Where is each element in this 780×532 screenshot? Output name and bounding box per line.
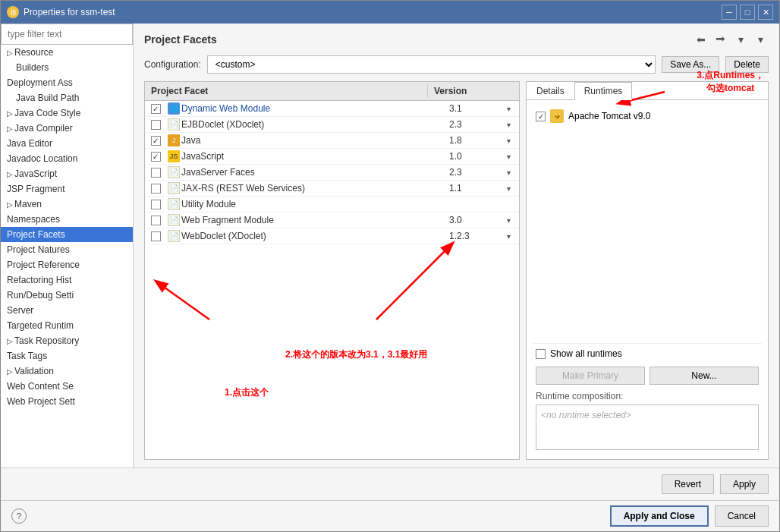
sidebar-item-task-tags[interactable]: Task Tags [1,348,133,364]
table-row[interactable]: J Java 1.8 ▾ [145,133,519,149]
sidebar-item-java-compiler[interactable]: ▷Java Compiler [1,121,133,136]
icon-webdoclet: 📄 [166,230,181,242]
sidebar-item-project-facets[interactable]: Project Facets [1,227,133,242]
version-jaxrs[interactable]: 1.1 [446,183,507,194]
filter-input[interactable] [1,24,133,45]
table-row[interactable]: 📄 JAX-RS (REST Web Services) 1.1 ▾ [145,181,519,197]
apply-close-button[interactable]: Apply and Close [610,505,709,527]
dropdown-button[interactable]: ▾ [732,31,749,48]
version-webfragment[interactable]: 3.0 [446,215,507,225]
table-row[interactable]: JS JavaScript 1.0 ▾ [145,149,519,165]
arrow-jaxrs[interactable]: ▾ [507,184,519,193]
sidebar-item-targeted-runtime[interactable]: Targeted Runtim [1,318,133,333]
facets-table: Project Facet Version 🌐 Dynamic Web Modu… [144,81,520,460]
checkbox-javascript[interactable] [145,152,166,162]
arrow-java[interactable]: ▾ [507,137,519,145]
sidebar-item-task-repository[interactable]: ▷Task Repository [1,333,133,348]
table-row[interactable]: 📄 EJBDoclet (XDoclet) 2.3 ▾ [145,117,519,133]
sidebar-item-java-editor[interactable]: Java Editor [1,136,133,151]
sidebar-item-run-debug[interactable]: Run/Debug Setti [1,288,133,303]
checkbox-webfragment[interactable] [145,216,166,225]
icon-jaxrs: 📄 [166,182,181,194]
table-row[interactable]: 🌐 Dynamic Web Module 3.1 ▾ [145,101,519,117]
title-bar: ⚙ Properties for ssm-test ─ □ ✕ [1,1,779,24]
back-button[interactable]: ⬅ [693,31,709,48]
sidebar-item-project-natures[interactable]: Project Natures [1,242,133,257]
tab-runtimes[interactable]: Runtimes [574,82,633,100]
sidebar-item-resource[interactable]: ▷Resource [1,45,133,60]
window-controls: ─ □ ✕ [722,5,773,20]
maximize-button[interactable]: □ [740,5,755,20]
icon-webfragment: 📄 [166,214,181,226]
sidebar-item-java-code-style[interactable]: ▷Java Code Style [1,105,133,121]
sidebar-item-project-reference[interactable]: Project Reference [1,257,133,272]
name-utility: Utility Module [181,199,446,209]
new-runtime-button[interactable]: New... [649,367,759,385]
version-dynamic-web[interactable]: 3.1 [446,103,507,114]
save-as-button[interactable]: Save As... [662,56,719,73]
sidebar-item-refactoring[interactable]: Refactoring Hist [1,272,133,288]
tab-bar: Details Runtimes [527,82,768,100]
sidebar-item-web-content[interactable]: Web Content Se [1,379,133,394]
cancel-button[interactable]: Cancel [715,505,769,527]
tab-details[interactable]: Details [527,82,574,99]
checkbox-jsf[interactable] [145,168,166,178]
table-row[interactable]: 📄 Web Fragment Module 3.0 ▾ [145,212,519,228]
sidebar-item-javadoc[interactable]: Javadoc Location [1,151,133,166]
sidebar-item-jsp-fragment[interactable]: JSP Fragment [1,181,133,197]
sidebar-item-web-project[interactable]: Web Project Sett [1,394,133,409]
dialog-buttons: Apply and Close Cancel [610,505,769,527]
bottom-row: ? Apply and Close Cancel [1,500,779,531]
sidebar-item-validation[interactable]: ▷Validation [1,364,133,379]
arrow-webdoclet[interactable]: ▾ [507,232,519,241]
checkbox-utility[interactable] [145,200,166,209]
checkbox-java[interactable] [145,136,166,146]
sidebar-item-javascript[interactable]: ▷JavaScript [1,166,133,181]
minimize-button[interactable]: ─ [722,5,737,20]
table-row[interactable]: 📄 WebDoclet (XDoclet) 1.2.3 ▾ [145,228,519,244]
config-row: Configuration: <custom> Save As... Delet… [144,55,769,74]
checkbox-dynamic-web[interactable] [145,104,166,114]
checkbox-jaxrs[interactable] [145,184,166,194]
menu-button[interactable]: ▾ [752,31,769,48]
icon-utility: 📄 [166,198,181,210]
runtime-comp-label: Runtime composition: [536,391,759,401]
sidebar-item-server[interactable]: Server [1,303,133,318]
version-jsf[interactable]: 2.3 [446,167,507,178]
runtime-composition: Runtime composition: <no runtime selecte… [533,388,762,453]
delete-button[interactable]: Delete [725,56,769,73]
config-select[interactable]: <custom> [207,55,656,74]
apply-button[interactable]: Apply [720,474,769,494]
checkbox-show-all[interactable] [536,349,546,359]
icon-javascript: JS [166,150,181,162]
arrow-webfragment[interactable]: ▾ [507,216,519,225]
main-content: ▷Resource Builders Deployment Ass Java B… [1,24,779,467]
arrow-javascript[interactable]: ▾ [507,153,519,161]
tomcat-label: Apache Tomcat v9.0 [568,111,651,121]
checkbox-ejbdoclet[interactable] [145,120,166,130]
version-webdoclet[interactable]: 1.2.3 [446,231,507,241]
revert-button[interactable]: Revert [662,474,714,494]
show-all-row: Show all runtimes [533,343,762,364]
table-row[interactable]: 📄 JavaServer Faces 2.3 ▾ [145,165,519,181]
version-ejbdoclet[interactable]: 2.3 [446,119,507,130]
sidebar-item-builders[interactable]: Builders [1,60,133,75]
arrow-jsf[interactable]: ▾ [507,168,519,177]
close-button[interactable]: ✕ [758,5,773,20]
make-primary-button[interactable]: Make Primary [536,367,645,385]
sidebar-item-namespaces[interactable]: Namespaces [1,212,133,227]
arrow-ejbdoclet[interactable]: ▾ [507,121,519,129]
sidebar-item-java-build-path[interactable]: Java Build Path [1,90,133,105]
arrow-dynamic-web[interactable]: ▾ [507,105,519,113]
help-button[interactable]: ? [11,508,27,524]
version-javascript[interactable]: 1.0 [446,151,507,162]
checkbox-webdoclet[interactable] [145,231,166,241]
runtime-item-tomcat[interactable]: 🐱 Apache Tomcat v9.0 [533,106,762,126]
sidebar-item-maven[interactable]: ▷Maven [1,197,133,212]
version-java[interactable]: 1.8 [446,135,507,146]
icon-dynamic-web: 🌐 [166,102,181,115]
forward-button[interactable]: ⮕ [712,31,729,48]
checkbox-tomcat[interactable] [536,112,546,121]
sidebar-item-deployment[interactable]: Deployment Ass [1,75,133,90]
table-row[interactable]: 📄 Utility Module [145,197,519,212]
